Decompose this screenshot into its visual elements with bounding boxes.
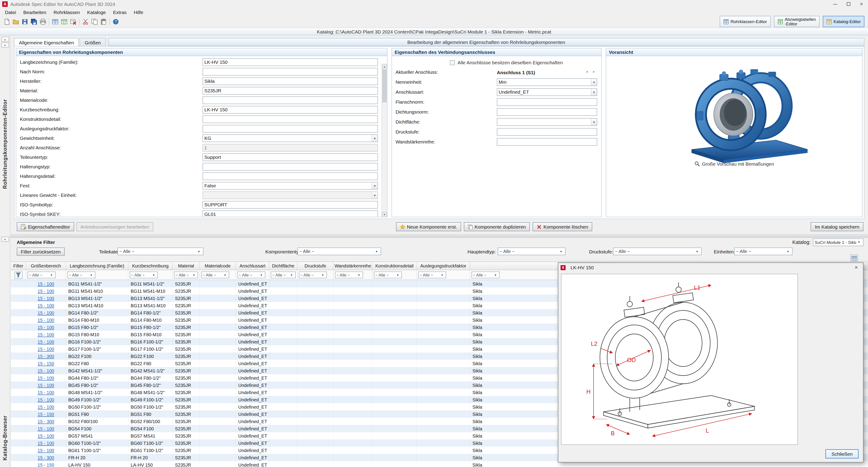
rohrklassen-editor-button[interactable]: Rohrklassen-Editor bbox=[720, 16, 771, 27]
size-range-link[interactable]: 15 - 100 bbox=[26, 345, 66, 352]
size-range-link[interactable]: 15 - 100 bbox=[26, 295, 66, 302]
size-range-link[interactable]: 15 - 100 bbox=[26, 316, 66, 324]
column-header[interactable]: Langbezeichnung (Familie) bbox=[66, 262, 128, 270]
collapse-down-button[interactable]: ▼ bbox=[1, 42, 9, 48]
column-header[interactable]: Kurzbeschreibung bbox=[128, 262, 173, 270]
size-range-link[interactable]: 15 - 150 bbox=[26, 360, 66, 367]
column-header[interactable]: Filter bbox=[11, 262, 26, 270]
table-delete-button[interactable] bbox=[69, 17, 78, 26]
size-range-link[interactable]: 15 - 100 bbox=[26, 439, 66, 447]
column-filter-select[interactable]: ~ Alle ~▼ bbox=[237, 271, 266, 278]
help-button[interactable]: ? bbox=[111, 17, 120, 26]
table-columns-button[interactable] bbox=[60, 17, 69, 26]
field-input[interactable] bbox=[497, 128, 597, 136]
size-range-link[interactable]: 15 - 100 bbox=[26, 396, 66, 403]
maximize-button[interactable] bbox=[842, 0, 855, 8]
same-properties-checkbox[interactable] bbox=[450, 60, 455, 65]
field-input[interactable] bbox=[203, 172, 378, 180]
column-header[interactable]: Anschlussart bbox=[236, 262, 270, 270]
sidebar-tab-catalog-browser[interactable]: Katalog-Browser bbox=[0, 411, 10, 465]
column-filter-select[interactable]: ~ Alle ~▼ bbox=[28, 271, 56, 278]
dialog-close-action-button[interactable]: Schließen bbox=[826, 449, 859, 459]
column-filter-select[interactable]: ~ Alle ~▼ bbox=[374, 271, 402, 278]
filter-select[interactable]: ~ Alle ~▼ bbox=[298, 247, 381, 255]
field-input[interactable]: Sikla bbox=[203, 77, 378, 85]
scrollbar-thumb[interactable] bbox=[382, 70, 386, 102]
field-input[interactable] bbox=[203, 96, 378, 104]
tab-allgemeine-eigenschaften[interactable]: Allgemeine Eigenschaften bbox=[14, 38, 79, 46]
size-range-link[interactable]: 15 - 100 bbox=[26, 374, 66, 381]
scroll-down-icon[interactable]: ▼ bbox=[382, 212, 387, 217]
open-folder-button[interactable] bbox=[11, 17, 20, 26]
save-all-button[interactable] bbox=[29, 17, 38, 26]
field-input[interactable]: LK-HV 150 bbox=[203, 106, 378, 114]
column-header[interactable]: Druckstufe bbox=[298, 262, 334, 270]
size-range-link[interactable]: 15 - 100 bbox=[26, 287, 66, 295]
size-range-link[interactable]: 15 - 100 bbox=[26, 302, 66, 309]
column-header[interactable]: Material bbox=[173, 262, 200, 270]
field-input[interactable] bbox=[203, 115, 378, 123]
column-filter-select[interactable]: ~ Alle ~▼ bbox=[67, 271, 95, 278]
large-preview-link[interactable]: Große Vorschau mit Bemaßungen bbox=[606, 161, 862, 167]
field-input[interactable]: SUPPORT bbox=[203, 201, 378, 209]
field-input[interactable]: S235JR bbox=[203, 87, 378, 94]
size-range-link[interactable]: 15 - 100 bbox=[26, 447, 66, 454]
menu-rohrklassen[interactable]: Rohrklassen bbox=[50, 9, 84, 15]
previous-connection-icon[interactable]: ◄ bbox=[585, 70, 589, 74]
table-view-button[interactable] bbox=[51, 17, 60, 26]
grid-settings-button[interactable] bbox=[850, 254, 858, 262]
menu-kataloge[interactable]: Kataloge bbox=[84, 9, 110, 15]
size-range-link[interactable]: 15 - 150 bbox=[26, 410, 66, 418]
size-range-link[interactable]: 15 - 100 bbox=[26, 403, 66, 410]
horizontal-splitter[interactable] bbox=[10, 234, 868, 238]
size-range-link[interactable]: 15 - 100 bbox=[26, 331, 66, 338]
field-input[interactable] bbox=[203, 125, 378, 133]
filter-select[interactable]: ~ Alle ~▼ bbox=[613, 247, 702, 255]
minimize-button[interactable] bbox=[829, 0, 842, 8]
duplicate-component-button[interactable]: Komponente duplizieren bbox=[464, 222, 530, 231]
size-range-link[interactable]: 15 - 300 bbox=[26, 454, 66, 461]
field-select[interactable]: ▼ bbox=[497, 118, 597, 126]
size-range-link[interactable]: 15 - 100 bbox=[26, 280, 66, 287]
catalog-select[interactable]: SuCri Module 1 - Sikla ▼ bbox=[813, 238, 864, 246]
new-component-button[interactable]: Neue Komponente erst. bbox=[396, 222, 461, 231]
filter-select[interactable]: ~ Alle ~▼ bbox=[498, 247, 565, 255]
field-input[interactable] bbox=[497, 108, 597, 116]
column-filter-select[interactable]: ~ Alle ~▼ bbox=[471, 271, 500, 278]
field-input[interactable] bbox=[497, 138, 597, 146]
dialog-title-bar[interactable]: A LK-HV 150 × bbox=[558, 263, 863, 272]
size-range-link[interactable]: 15 - 300 bbox=[26, 418, 66, 425]
field-select[interactable]: Undefined_ET▼ bbox=[497, 88, 597, 96]
column-filter-select[interactable]: ~ Alle ~▼ bbox=[201, 271, 229, 278]
field-select[interactable]: False▼ bbox=[203, 182, 378, 189]
sidebar-tab-component-editor[interactable]: Rohrleitungskomponenten-Editor bbox=[0, 62, 10, 225]
close-button[interactable]: × bbox=[855, 0, 868, 8]
reset-filters-button[interactable]: Filter zurücksetzen bbox=[17, 247, 65, 256]
filter-select[interactable]: ~ Alle ~▼ bbox=[118, 247, 204, 255]
field-select[interactable]: Mm▼ bbox=[497, 78, 597, 86]
filter-select[interactable]: ~ Alle ~▼ bbox=[734, 247, 793, 255]
column-header[interactable]: Dichtfläche bbox=[270, 262, 298, 270]
save-catalog-button[interactable]: Im Katalog speichern bbox=[811, 222, 864, 231]
column-filter-select[interactable]: ~ Alle ~▼ bbox=[271, 271, 296, 278]
abzweigtabellen-editor-button[interactable]: Abzweigtabellen -Editor bbox=[774, 16, 819, 27]
cut-button[interactable] bbox=[81, 17, 90, 26]
column-filter-select[interactable]: ~ Alle ~▼ bbox=[418, 271, 446, 278]
column-header[interactable]: Auslegungsdruckfaktor bbox=[417, 262, 470, 270]
print-button[interactable] bbox=[38, 17, 48, 26]
size-range-link[interactable]: 15 - 100 bbox=[26, 338, 66, 345]
collapse-down-button[interactable]: ▼ bbox=[1, 237, 9, 242]
field-input[interactable]: Support bbox=[203, 153, 378, 161]
size-range-link[interactable]: 15 - 100 bbox=[26, 367, 66, 374]
field-select[interactable]: KG▼ bbox=[203, 135, 378, 142]
filter-funnel-button[interactable] bbox=[14, 271, 22, 279]
size-range-link[interactable]: 15 - 100 bbox=[26, 381, 66, 389]
size-range-link[interactable]: 15 - 100 bbox=[26, 425, 66, 432]
column-filter-select[interactable]: ~ Alle ~▼ bbox=[335, 271, 363, 278]
size-range-link[interactable]: 15 - 300 bbox=[26, 352, 66, 360]
field-input[interactable] bbox=[497, 98, 597, 106]
column-filter-select[interactable]: ~ Alle ~▼ bbox=[130, 271, 158, 278]
column-header[interactable]: Materialcode bbox=[200, 262, 236, 270]
delete-component-button[interactable]: Komponente löschen bbox=[532, 222, 592, 231]
katalog-editor-button[interactable]: Katalog-Editor bbox=[823, 16, 864, 27]
